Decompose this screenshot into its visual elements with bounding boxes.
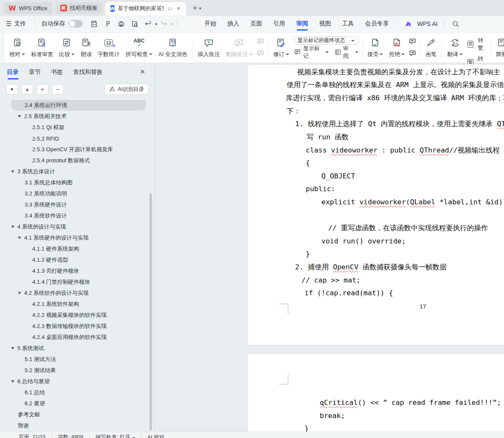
- toc-item[interactable]: 2.5.3 OpenCV 开源计算机视觉库: [0, 144, 149, 155]
- print-preview-icon[interactable]: [129, 18, 140, 29]
- insert-comment-button[interactable]: 插入批注: [195, 34, 223, 61]
- collapse-arrow-icon[interactable]: [18, 115, 21, 118]
- toc-item[interactable]: 5 系统测试: [0, 343, 149, 354]
- toc-item[interactable]: 5.2 测试结果: [0, 365, 149, 376]
- collapse-arrow-icon[interactable]: [18, 237, 21, 239]
- tab-document-active[interactable]: W 基于物联网的家居安防监控系 ▭ ✕: [105, 2, 186, 16]
- collapse-arrow-icon[interactable]: [11, 226, 14, 228]
- menu-item[interactable]: 视图: [314, 16, 337, 31]
- spell-check-button[interactable]: ABC✓ 拼写检查: [123, 34, 155, 61]
- read-aloud-button[interactable]: 朗读: [78, 34, 95, 61]
- toc-item[interactable]: 3.4 系统软件设计: [0, 210, 149, 221]
- collapse-arrow-icon[interactable]: [11, 347, 14, 350]
- hamburger-icon[interactable]: ☰: [6, 20, 11, 28]
- menu-item[interactable]: 引用: [268, 16, 291, 31]
- collapse-all-button[interactable]: ▴: [21, 84, 33, 94]
- toc-item[interactable]: 2.5 系统相关技术: [0, 111, 149, 122]
- translate-button[interactable]: 文 A 翻译: [444, 34, 466, 61]
- toc-item[interactable]: 3.2 系统功能说明: [0, 188, 149, 199]
- show-markup-button[interactable]: 显示标记: [294, 45, 329, 60]
- toc-item[interactable]: 2.5.1 Qt 框架: [0, 122, 149, 133]
- tab-chapters[interactable]: 章节: [29, 67, 41, 78]
- markup-state-select[interactable]: 显示标记的最终状态: [294, 37, 358, 45]
- document-page-18[interactable]: qCritical() << ” cap read frame failed!!…: [248, 354, 504, 432]
- toc-item[interactable]: 4.1 系统硬件的设计与实现: [0, 232, 149, 243]
- toc-item[interactable]: 4.2.2 视频采集模块的软件实现: [0, 310, 149, 321]
- close-tab-icon[interactable]: ✕: [177, 6, 181, 11]
- collapse-arrow-icon[interactable]: [11, 380, 14, 383]
- tab-bookmarks[interactable]: 书签: [51, 67, 63, 78]
- menu-item[interactable]: 页面: [245, 16, 268, 31]
- next-comment-icon[interactable]: [256, 50, 265, 57]
- print-icon[interactable]: [115, 18, 127, 29]
- menu-item[interactable]: 插入: [222, 16, 245, 31]
- toc-item[interactable]: 参考文献: [0, 409, 149, 420]
- detach-window-icon[interactable]: ▭: [168, 6, 172, 11]
- wps-ai-button[interactable]: WPS AI: [415, 16, 440, 31]
- review-pane-button[interactable]: 审阅: [335, 45, 358, 60]
- brush-button[interactable]: 画笔: [422, 34, 439, 61]
- save-icon[interactable]: [88, 18, 99, 29]
- page-indicator[interactable]: 页面: 21/33: [19, 434, 45, 438]
- word-count-button[interactable]: 12+ 字数统计: [95, 34, 123, 61]
- toc-item[interactable]: 2.5.2 RFID: [0, 133, 149, 144]
- toc-item[interactable]: 4.1.4 门禁控制硬件模块: [0, 277, 149, 288]
- tab-wps-office[interactable]: W WPS Office: [3, 2, 53, 14]
- tab-find-replace[interactable]: 查找和替换: [73, 67, 103, 78]
- to-traditional-button[interactable]: 简 转繁: [467, 37, 487, 52]
- zoom-out-button[interactable]: −: [52, 84, 64, 94]
- redo-chevron-icon[interactable]: ▾: [171, 22, 173, 26]
- compare-button[interactable]: 比较: [56, 34, 78, 61]
- toc-item[interactable]: 致谢: [0, 420, 149, 431]
- collapse-arrow-icon[interactable]: [18, 292, 21, 294]
- spell-check-indicator[interactable]: 拼写检查: 打开: [96, 434, 135, 438]
- toc-item[interactable]: 4.1.3 亮灯硬件模块: [0, 266, 149, 277]
- word-count-indicator[interactable]: 字数: 8909: [58, 434, 83, 438]
- previous-change-icon[interactable]: [408, 38, 417, 45]
- proofread-button[interactable]: 校对: [6, 34, 28, 61]
- standard-review-button[interactable]: 标准审查: [28, 34, 56, 61]
- autosave-toggle[interactable]: [68, 20, 83, 28]
- undo-chevron-icon[interactable]: ▾: [155, 22, 157, 26]
- toc-item[interactable]: 6 总结与展望: [0, 376, 149, 387]
- previous-comment-icon[interactable]: [256, 38, 265, 45]
- search-icon[interactable]: [450, 18, 461, 29]
- reject-button[interactable]: 拒绝: [386, 34, 408, 61]
- accept-button[interactable]: 接受: [364, 34, 386, 61]
- document-page-17[interactable]: 17 视频采集模块主要负责视频的采集及分发，在设计上为了不影响主使用了一条单独的…: [248, 65, 504, 345]
- menu-item[interactable]: 开始: [199, 16, 222, 31]
- toc-item[interactable]: 4.2 系统软件的设计与实现: [0, 288, 149, 299]
- toc-item[interactable]: 4 系统的设计与实现: [0, 221, 149, 232]
- tab-toc[interactable]: 目录: [7, 67, 19, 78]
- ai-proofread-button[interactable]: AI 校对: [147, 434, 164, 438]
- delete-comment-button[interactable]: 删除批注: [223, 34, 256, 61]
- toc-item[interactable]: 6.2 展望: [0, 398, 149, 409]
- toc-item[interactable]: 3.3 系统硬件设计: [0, 199, 149, 210]
- toc-item[interactable]: 3.1 系统总体结构图: [0, 177, 149, 188]
- new-tab-icon[interactable]: +: [193, 3, 197, 13]
- collapse-arrow-icon[interactable]: [11, 170, 14, 173]
- undo-icon[interactable]: [143, 18, 154, 29]
- close-sidebar-icon[interactable]: ✕: [140, 68, 145, 76]
- sidebar-scrollbar[interactable]: [149, 193, 152, 430]
- zoom-in-button[interactable]: +: [37, 84, 48, 94]
- tab-docer-template[interactable]: 稻 找稻壳模板: [55, 2, 103, 14]
- toc-item[interactable]: 4.2.4 桌面应用模块的软件实现: [0, 332, 149, 343]
- ai-recognize-toc-button[interactable]: AI识别目录: [104, 84, 149, 95]
- toc-item[interactable]: 2.4 系统运行环境: [0, 100, 149, 111]
- next-change-icon[interactable]: [408, 50, 417, 57]
- tab-list-chevron-icon[interactable]: ▾: [199, 6, 201, 11]
- expand-toolbar-icon[interactable]: ⇲: [476, 57, 479, 62]
- export-icon[interactable]: [102, 18, 113, 29]
- toc-item[interactable]: 4.1.1 硬件系统架构: [0, 243, 149, 254]
- toc-item[interactable]: 5.1 测试方法: [0, 354, 149, 365]
- menu-file[interactable]: 文件: [13, 16, 31, 31]
- track-changes-button[interactable]: 修订: [270, 34, 292, 61]
- restrict-edit-button[interactable]: 限制: [493, 34, 504, 61]
- menu-item[interactable]: 工具: [337, 16, 360, 31]
- toc-item[interactable]: 4.2.3 数据传输模块的软件实现: [0, 321, 149, 332]
- ai-polish-button[interactable]: AI 全文润色: [155, 34, 190, 61]
- expand-all-button[interactable]: ▾: [6, 84, 18, 94]
- toc-item[interactable]: 6.1 总结: [0, 387, 149, 398]
- toc-item[interactable]: 3 系统总体设计: [0, 166, 149, 177]
